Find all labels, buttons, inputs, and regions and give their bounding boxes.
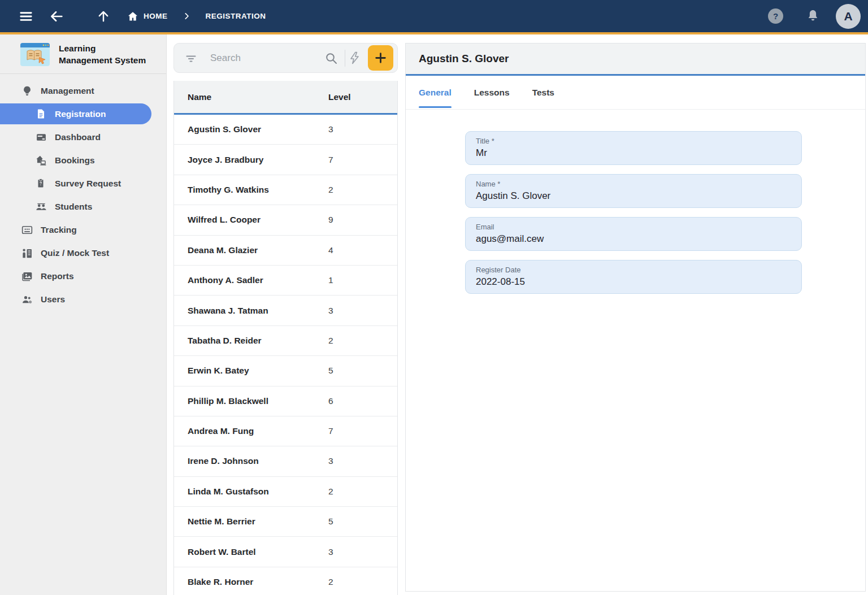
sidebar-item-survey-request[interactable]: Survey Request bbox=[0, 172, 166, 195]
register-date-field[interactable]: Register Date 2022-08-15 bbox=[465, 260, 802, 294]
filter-button[interactable] bbox=[184, 51, 198, 65]
sidebar-item-registration[interactable]: Registration bbox=[0, 103, 151, 124]
detail-tabs: General Lessons Tests bbox=[406, 76, 865, 110]
bell-icon bbox=[805, 8, 821, 24]
document-icon bbox=[36, 108, 47, 120]
avatar-letter: A bbox=[844, 10, 852, 23]
column-header-name[interactable]: Name bbox=[188, 92, 328, 102]
general-form: Title * Mr Name * Agustin S. Glover Emai… bbox=[406, 110, 865, 303]
table-row[interactable]: Blake R. Horner2 bbox=[174, 567, 397, 595]
tab-lessons[interactable]: Lessons bbox=[474, 76, 510, 109]
dashboard-icon bbox=[36, 132, 47, 143]
sidebar-menu: Management Registration Dashboard Bookin… bbox=[0, 74, 166, 311]
row-name: Linda M. Gustafson bbox=[188, 487, 328, 497]
email-field[interactable]: Email agus@mail.cew bbox=[465, 217, 802, 251]
table-row[interactable]: Tabatha D. Reider2 bbox=[174, 326, 397, 356]
sidebar-item-users[interactable]: Users bbox=[0, 288, 166, 311]
app-title-line1: Learning bbox=[59, 43, 146, 54]
app-logo-row: Learning Management System bbox=[0, 34, 166, 73]
search-bar bbox=[173, 43, 398, 73]
back-button[interactable] bbox=[49, 8, 64, 24]
filter-icon bbox=[184, 51, 198, 65]
table-row[interactable]: Nettie M. Berrier5 bbox=[174, 507, 397, 537]
title-field[interactable]: Title * Mr bbox=[465, 131, 802, 165]
tab-general[interactable]: General bbox=[419, 76, 452, 109]
table-row[interactable]: Deana M. Glazier4 bbox=[174, 236, 397, 266]
row-level: 5 bbox=[328, 366, 333, 376]
breadcrumb-home[interactable]: HOME bbox=[144, 12, 168, 20]
sidebar-item-label: Management bbox=[41, 86, 94, 96]
table-row[interactable]: Timothy G. Watkins2 bbox=[174, 175, 397, 205]
field-value: agus@mail.cew bbox=[476, 233, 791, 245]
lms-logo bbox=[20, 43, 50, 66]
quick-action-button[interactable] bbox=[348, 51, 362, 65]
table-row[interactable]: Anthony A. Sadler1 bbox=[174, 266, 397, 296]
table-row[interactable]: Irene D. Johnson3 bbox=[174, 446, 397, 476]
row-name: Tabatha D. Reider bbox=[188, 336, 328, 346]
table-row[interactable]: Wilfred L. Cooper9 bbox=[174, 205, 397, 235]
field-label: Title * bbox=[476, 137, 791, 145]
search-input[interactable] bbox=[210, 53, 324, 64]
avatar[interactable]: A bbox=[836, 4, 861, 29]
table-row[interactable]: Phillip M. Blackwell6 bbox=[174, 386, 397, 416]
home-button[interactable] bbox=[127, 11, 138, 22]
row-name: Deana M. Glazier bbox=[188, 245, 328, 255]
field-value: 2022-08-15 bbox=[476, 276, 791, 288]
sidebar: Learning Management System Management Re… bbox=[0, 34, 167, 595]
menu-icon bbox=[19, 9, 33, 24]
sidebar-item-management[interactable]: Management bbox=[0, 79, 166, 102]
table-row[interactable]: Erwin K. Batey5 bbox=[174, 356, 397, 386]
table-row[interactable]: Andrea M. Fung7 bbox=[174, 416, 397, 446]
column-header-level[interactable]: Level bbox=[328, 92, 351, 102]
row-level: 3 bbox=[328, 306, 333, 316]
table-row[interactable]: Shawana J. Tatman3 bbox=[174, 296, 397, 325]
breadcrumb-current: REGISTRATION bbox=[206, 12, 266, 20]
app-title: Learning Management System bbox=[59, 43, 146, 66]
sidebar-item-tracking[interactable]: Tracking bbox=[0, 218, 166, 241]
app-shell: Learning Management System Management Re… bbox=[0, 34, 868, 595]
search-button[interactable] bbox=[324, 51, 338, 65]
reports-icon bbox=[21, 271, 33, 282]
notifications-button[interactable] bbox=[805, 8, 821, 24]
tab-tests[interactable]: Tests bbox=[532, 76, 554, 109]
table-header: Name Level bbox=[174, 81, 397, 115]
sidebar-item-quiz-mock-test[interactable]: Quiz / Mock Test bbox=[0, 241, 166, 264]
sidebar-item-label: Tracking bbox=[41, 225, 77, 235]
sidebar-item-dashboard[interactable]: Dashboard bbox=[0, 125, 166, 149]
home-icon bbox=[127, 11, 138, 22]
up-arrow-icon bbox=[96, 9, 111, 24]
help-button[interactable]: ? bbox=[768, 8, 783, 24]
sidebar-item-label: Students bbox=[55, 202, 92, 212]
row-name: Irene D. Johnson bbox=[188, 456, 328, 466]
detail-title: Agustin S. Glover bbox=[419, 53, 509, 65]
sidebar-item-bookings[interactable]: Bookings bbox=[0, 149, 166, 172]
bookings-icon bbox=[36, 155, 47, 166]
menu-button[interactable] bbox=[19, 9, 33, 24]
table-row[interactable]: Agustin S. Glover3 bbox=[174, 115, 397, 145]
quiz-icon bbox=[21, 247, 33, 259]
row-level: 9 bbox=[328, 215, 333, 225]
sidebar-item-label: Users bbox=[41, 294, 65, 305]
row-name: Robert W. Bartel bbox=[188, 547, 328, 557]
row-level: 5 bbox=[328, 516, 333, 527]
app-title-line2: Management System bbox=[59, 55, 146, 66]
row-level: 7 bbox=[328, 155, 333, 165]
add-registration-button[interactable] bbox=[368, 45, 393, 71]
up-button[interactable] bbox=[96, 9, 111, 24]
row-level: 3 bbox=[328, 124, 333, 134]
chevron-right-icon bbox=[183, 12, 191, 20]
table-row[interactable]: Linda M. Gustafson2 bbox=[174, 477, 397, 507]
name-field[interactable]: Name * Agustin S. Glover bbox=[465, 174, 802, 208]
field-value: Agustin S. Glover bbox=[476, 190, 791, 202]
row-name: Blake R. Horner bbox=[188, 577, 328, 587]
table-row[interactable]: Joyce J. Bradbury7 bbox=[174, 145, 397, 175]
row-name: Agustin S. Glover bbox=[188, 124, 328, 134]
sidebar-item-students[interactable]: Students bbox=[0, 195, 166, 218]
table-row[interactable]: Robert W. Bartel3 bbox=[174, 537, 397, 567]
lightbulb-icon bbox=[21, 85, 33, 97]
top-navbar: HOME REGISTRATION ? A bbox=[0, 0, 868, 32]
navbar-actions: ? A bbox=[768, 4, 861, 29]
main-content: Name Level Agustin S. Glover3 Joyce J. B… bbox=[167, 34, 868, 595]
tracking-icon bbox=[21, 224, 33, 236]
sidebar-item-reports[interactable]: Reports bbox=[0, 264, 166, 288]
